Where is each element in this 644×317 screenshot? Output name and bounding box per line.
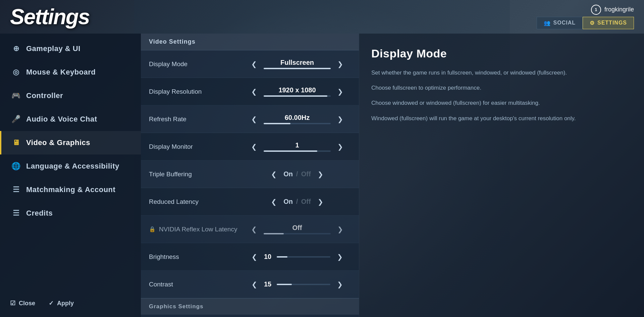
close-label: Close: [19, 300, 35, 307]
refresh-rate-next[interactable]: ❯: [335, 112, 346, 126]
sidebar-item-matchmaking-account[interactable]: ☰ Matchmaking & Account: [0, 178, 141, 201]
header-tabs: 👥 SOCIAL ⚙ SETTINGS: [537, 17, 634, 29]
display-monitor-next[interactable]: ❯: [335, 140, 346, 153]
contrast-next[interactable]: ❯: [334, 278, 345, 291]
brightness-slider[interactable]: [277, 256, 330, 258]
username: frogkingrile: [604, 6, 634, 13]
nvidia-reflex-next[interactable]: ❯: [335, 223, 346, 236]
display-mode-next[interactable]: ❯: [335, 57, 346, 71]
brightness-slider-fill: [277, 256, 287, 258]
info-panel: Display Mode Set whether the game runs i…: [359, 34, 644, 317]
refresh-rate-row: Refresh Rate ❮ 60.00Hz ❯: [141, 105, 359, 133]
info-text-4: Windowed (fullscreen) will run the game …: [371, 114, 632, 123]
reduced-latency-separator: /: [296, 198, 300, 205]
contrast-slider[interactable]: [277, 284, 330, 285]
contrast-value: 15: [264, 280, 271, 288]
language-accessibility-icon: 🌐: [11, 162, 21, 171]
contrast-row: Contrast ❮ 15 ❯: [141, 271, 359, 298]
video-graphics-icon: 🖥: [11, 138, 21, 147]
display-resolution-prev[interactable]: ❮: [249, 85, 260, 98]
display-resolution-next[interactable]: ❯: [335, 85, 346, 98]
social-tab-label: SOCIAL: [553, 20, 576, 26]
audio-voice-icon: 🎤: [11, 115, 21, 124]
nvidia-reflex-row: 🔒 NVIDIA Reflex Low Latency ❮ Off ❯: [141, 216, 359, 243]
triple-buffering-separator: /: [296, 170, 300, 178]
reduced-latency-next[interactable]: ❯: [315, 195, 326, 209]
triple-buffering-row: Triple Buffering ❮ On / Off ❯: [141, 161, 359, 188]
display-mode-value: Fullscreen: [267, 59, 327, 66]
sidebar-item-language-accessibility[interactable]: 🌐 Language & Accessibility: [0, 154, 141, 178]
social-tab[interactable]: 👥 SOCIAL: [537, 17, 583, 29]
display-mode-slider-fill: [264, 68, 331, 69]
settings-tab[interactable]: ⚙ SETTINGS: [583, 17, 634, 29]
info-text-1: Set whether the game runs in fullscreen,…: [371, 68, 632, 77]
display-resolution-value-container: 1920 x 1080: [264, 86, 331, 97]
contrast-slider-fill: [277, 284, 292, 285]
display-mode-control: ❮ Fullscreen ❯: [244, 57, 351, 71]
reduced-latency-prev[interactable]: ❮: [268, 195, 279, 209]
graphics-settings-divider: Graphics Settings: [141, 298, 359, 315]
nvidia-reflex-slider: [264, 233, 331, 234]
reduced-latency-row: Reduced Latency ❮ On / Off ❯: [141, 188, 359, 216]
display-resolution-slider-fill: [264, 95, 327, 97]
reduced-latency-value: On / Off: [283, 198, 311, 206]
display-mode-prev[interactable]: ❮: [249, 57, 260, 71]
gameplay-ui-icon: ⊕: [11, 44, 21, 53]
brightness-next[interactable]: ❯: [334, 250, 345, 264]
refresh-rate-prev[interactable]: ❮: [249, 112, 260, 126]
sidebar-item-matchmaking-account-label: Matchmaking & Account: [26, 185, 115, 194]
display-monitor-prev[interactable]: ❮: [249, 140, 260, 153]
nvidia-reflex-prev[interactable]: ❮: [249, 223, 260, 236]
contrast-prev[interactable]: ❮: [249, 278, 260, 291]
info-text-3: Choose windowed or windowed (fullscreen)…: [371, 98, 632, 107]
nvidia-reflex-control: ❮ Off ❯: [244, 223, 351, 236]
social-icon: 👥: [544, 20, 551, 26]
sidebar-item-credits[interactable]: ☰ Credits: [0, 201, 141, 225]
display-mode-row: Display Mode ❮ Fullscreen ❯: [141, 50, 359, 78]
sidebar-item-audio-voice-label: Audio & Voice Chat: [26, 115, 97, 124]
apply-label: Apply: [57, 300, 74, 307]
contrast-value-container: 15: [264, 280, 330, 288]
display-monitor-value-container: 1: [264, 141, 331, 152]
display-resolution-control: ❮ 1920 x 1080 ❯: [244, 85, 351, 98]
nvidia-reflex-label: 🔒 NVIDIA Reflex Low Latency: [149, 226, 244, 233]
triple-buffering-prev[interactable]: ❮: [268, 168, 279, 181]
display-resolution-label: Display Resolution: [149, 88, 244, 95]
sidebar-item-language-accessibility-label: Language & Accessibility: [26, 162, 119, 171]
triple-buffering-next[interactable]: ❯: [315, 168, 326, 181]
page-title: Settings: [10, 4, 89, 29]
close-button[interactable]: ☑ Close: [10, 300, 35, 307]
sidebar-item-gameplay-ui-label: Gameplay & UI: [26, 44, 80, 53]
apply-button[interactable]: ✓ Apply: [49, 300, 74, 307]
brightness-label: Brightness: [149, 253, 244, 261]
mouse-keyboard-icon: ◎: [11, 68, 21, 77]
refresh-rate-value-container: 60.00Hz: [264, 114, 331, 124]
triple-buffering-on: On: [283, 170, 293, 178]
nvidia-reflex-value: Off: [267, 224, 327, 232]
sidebar-item-video-graphics[interactable]: 🖥 Video & Graphics: [0, 131, 141, 154]
nvidia-reflex-value-container: Off: [264, 224, 331, 234]
sidebar-footer: ☑ Close ✓ Apply: [0, 293, 141, 314]
display-resolution-value: 1920 x 1080: [267, 86, 327, 94]
sidebar-item-mouse-keyboard[interactable]: ◎ Mouse & Keyboard: [0, 60, 141, 84]
main-container: ⊕ Gameplay & UI ◎ Mouse & Keyboard 🎮 Con…: [0, 34, 644, 317]
settings-tab-label: SETTINGS: [597, 20, 627, 26]
contrast-control: ❮ 15 ❯: [244, 278, 351, 291]
triple-buffering-off: Off: [301, 170, 311, 178]
display-monitor-control: ❮ 1 ❯: [244, 140, 351, 153]
nvidia-reflex-lock-icon: 🔒: [149, 226, 156, 232]
sidebar-item-controller[interactable]: 🎮 Controller: [0, 84, 141, 107]
apply-icon: ✓: [49, 300, 54, 307]
matchmaking-account-icon: ☰: [11, 185, 21, 194]
sidebar-item-video-graphics-label: Video & Graphics: [26, 138, 90, 147]
contrast-label: Contrast: [149, 281, 244, 288]
sidebar-item-credits-label: Credits: [26, 209, 53, 218]
brightness-value-container: 10: [264, 253, 330, 261]
display-mode-slider: [264, 68, 331, 69]
brightness-value: 10: [264, 253, 271, 261]
display-monitor-row: Display Monitor ❮ 1 ❯: [141, 133, 359, 161]
brightness-prev[interactable]: ❮: [249, 250, 260, 264]
sidebar-item-gameplay-ui[interactable]: ⊕ Gameplay & UI: [0, 37, 141, 60]
sidebar-item-audio-voice[interactable]: 🎤 Audio & Voice Chat: [0, 107, 141, 131]
user-info: 1 frogkingrile: [591, 5, 634, 15]
